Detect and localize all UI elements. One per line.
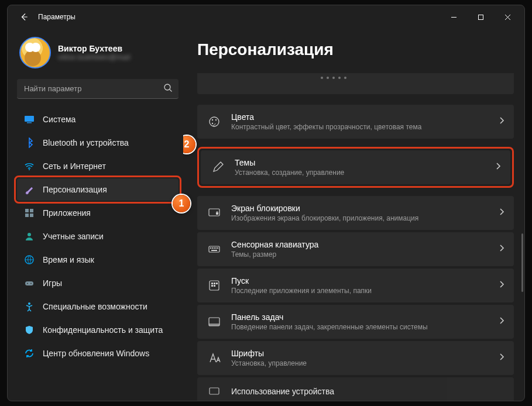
arrow-left-icon bbox=[20, 13, 28, 21]
card-subtitle: Последние приложения и элементы, папки bbox=[231, 287, 488, 295]
settings-list: Цвета Контрастный цвет, эффекты прозрачн… bbox=[197, 73, 514, 401]
settings-window: Параметры Виктор Бухтеев viktor.bukhteev… bbox=[7, 5, 525, 401]
sidebar-item-gaming[interactable]: Игры bbox=[17, 272, 179, 294]
svg-point-13 bbox=[30, 283, 32, 284]
wifi-icon bbox=[24, 161, 35, 171]
svg-rect-11 bbox=[25, 281, 33, 285]
settings-card-partial[interactable] bbox=[197, 73, 514, 94]
card-subtitle: Темы, размер bbox=[231, 250, 488, 259]
sidebar-item-label: Система bbox=[43, 115, 75, 124]
profile-email: viktor.bukhteev@mail bbox=[58, 53, 131, 61]
svg-rect-36 bbox=[209, 324, 219, 326]
sidebar-item-accounts[interactable]: Учетные записи bbox=[17, 225, 179, 247]
sidebar-item-label: Учетные записи bbox=[43, 232, 104, 241]
page-title: Персонализация bbox=[197, 40, 514, 59]
svg-rect-22 bbox=[209, 246, 219, 252]
svg-point-1 bbox=[164, 84, 170, 90]
settings-card-taskbar[interactable]: Панель задач Поведение панели задач, зак… bbox=[197, 305, 514, 339]
settings-card-device-usage[interactable]: Использование устройства bbox=[197, 377, 514, 401]
sidebar-item-label: Bluetooth и устройства bbox=[43, 138, 129, 147]
svg-rect-28 bbox=[211, 250, 217, 251]
callout-badge-2: 2 bbox=[183, 136, 195, 153]
lock-screen-icon bbox=[208, 207, 221, 219]
sidebar-item-label: Приложения bbox=[43, 208, 91, 218]
svg-rect-30 bbox=[211, 283, 213, 284]
chevron-right-icon bbox=[499, 244, 504, 254]
chevron-right-icon bbox=[499, 280, 504, 291]
sidebar-item-bluetooth[interactable]: Bluetooth и устройства bbox=[17, 132, 179, 154]
globe-icon bbox=[24, 254, 35, 265]
scrollbar[interactable] bbox=[521, 233, 523, 292]
pencil-icon bbox=[211, 161, 224, 174]
sidebar-item-network[interactable]: Сеть и Интернет bbox=[17, 155, 179, 177]
sidebar-item-apps[interactable]: Приложения bbox=[17, 202, 179, 224]
person-icon bbox=[24, 231, 35, 242]
svg-rect-0 bbox=[478, 15, 483, 19]
svg-rect-5 bbox=[25, 209, 29, 212]
search-icon bbox=[163, 83, 173, 95]
back-button[interactable] bbox=[16, 9, 32, 25]
card-title: Панель задач bbox=[231, 312, 488, 322]
sidebar-item-label: Сеть и Интернет bbox=[43, 161, 106, 171]
svg-rect-34 bbox=[214, 285, 215, 287]
search-input[interactable] bbox=[17, 79, 179, 99]
settings-card-fonts[interactable]: Шрифты Установка, управление bbox=[197, 341, 514, 375]
update-icon bbox=[24, 348, 35, 359]
start-icon bbox=[208, 279, 221, 292]
callout-badge-1: 1 bbox=[173, 195, 190, 212]
shield-icon bbox=[24, 325, 35, 335]
sidebar-item-update[interactable]: Центр обновления Windows bbox=[17, 342, 179, 364]
svg-point-18 bbox=[212, 123, 213, 124]
card-title: Экран блокировки bbox=[231, 204, 488, 213]
sidebar-item-privacy[interactable]: Конфиденциальность и защита bbox=[17, 319, 179, 341]
chevron-right-icon bbox=[499, 116, 504, 127]
settings-card-lockscreen[interactable]: Экран блокировки Изображения экрана блок… bbox=[197, 196, 514, 230]
keyboard-icon bbox=[208, 243, 221, 256]
svg-point-14 bbox=[28, 302, 30, 305]
sidebar-item-time[interactable]: Время и язык bbox=[17, 249, 179, 271]
minimize-button[interactable] bbox=[440, 8, 467, 26]
profile-block[interactable]: Виктор Бухтеев viktor.bukhteev@mail bbox=[17, 33, 179, 77]
accessibility-icon bbox=[24, 301, 35, 312]
chevron-right-icon bbox=[495, 162, 501, 173]
avatar bbox=[19, 37, 51, 68]
svg-rect-2 bbox=[25, 116, 34, 122]
settings-card-themes[interactable]: Темы Установка, создание, управление bbox=[201, 150, 510, 184]
card-title: Сенсорная клавиатура bbox=[231, 240, 488, 249]
brush-icon bbox=[24, 184, 35, 195]
card-subtitle: Установка, создание, управление bbox=[235, 168, 485, 177]
svg-rect-26 bbox=[215, 247, 217, 249]
window-controls bbox=[440, 8, 521, 26]
svg-rect-37 bbox=[210, 388, 219, 394]
svg-rect-8 bbox=[30, 214, 33, 217]
svg-rect-7 bbox=[25, 214, 29, 217]
nav: Система Bluetooth и устройства Сеть и Ин… bbox=[17, 108, 179, 364]
search-box bbox=[17, 79, 179, 99]
sidebar-item-accessibility[interactable]: Специальные возможности bbox=[17, 295, 179, 318]
settings-card-start[interactable]: Пуск Последние приложения и элементы, па… bbox=[197, 269, 514, 302]
sidebar-item-label: Центр обновления Windows bbox=[43, 349, 149, 358]
card-title: Шрифты bbox=[231, 349, 488, 358]
maximize-icon bbox=[478, 14, 484, 20]
svg-rect-32 bbox=[216, 283, 218, 284]
card-title: Использование устройства bbox=[231, 387, 504, 396]
sidebar-item-system[interactable]: Система bbox=[17, 108, 179, 130]
content-area: Персонализация Цвета Контрастный цвет, э… bbox=[183, 29, 524, 401]
sidebar-item-personalization[interactable]: Персонализация bbox=[17, 178, 179, 201]
close-button[interactable] bbox=[494, 8, 521, 26]
chevron-right-icon bbox=[499, 208, 504, 218]
card-subtitle: Контрастный цвет, эффекты прозрачности, … bbox=[231, 123, 488, 131]
chevron-right-icon bbox=[499, 316, 504, 327]
profile-name: Виктор Бухтеев bbox=[58, 44, 131, 53]
maximize-button[interactable] bbox=[467, 8, 494, 26]
svg-rect-31 bbox=[214, 283, 215, 284]
card-title: Пуск bbox=[231, 276, 488, 285]
svg-point-16 bbox=[212, 119, 213, 121]
taskbar-icon bbox=[208, 315, 221, 328]
card-subtitle: Установка, управление bbox=[231, 359, 488, 367]
settings-card-colors[interactable]: Цвета Контрастный цвет, эффекты прозрачн… bbox=[197, 105, 514, 139]
titlebar: Параметры bbox=[8, 5, 524, 29]
card-subtitle: Поведение панели задач, закрепленные эле… bbox=[231, 323, 488, 331]
minimize-icon bbox=[451, 14, 457, 20]
settings-card-touch-keyboard[interactable]: Сенсорная клавиатура Темы, размер bbox=[197, 232, 514, 266]
